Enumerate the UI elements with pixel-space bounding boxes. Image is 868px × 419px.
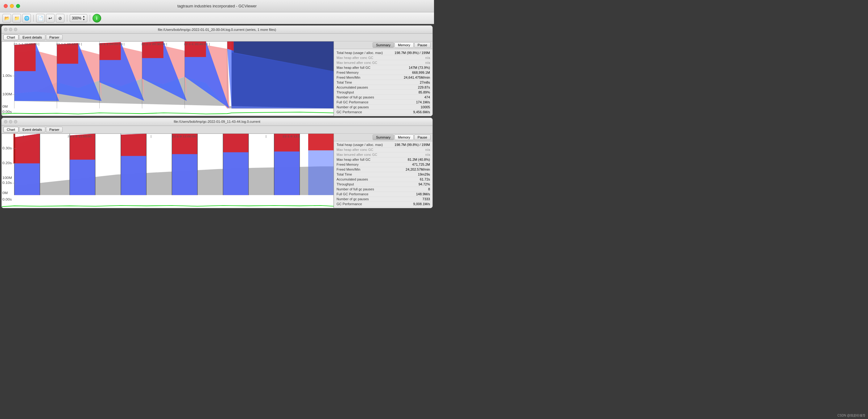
panel1-content: 1.00s 100M 0M 0.00s 22-1-1 20:00:00 | 22… <box>2 41 432 116</box>
panel1-stat-value-1: n/a <box>425 56 430 60</box>
panel2-stats: Summary Memory Pause Total heap (usage /… <box>334 133 432 208</box>
folder-button[interactable]: 📁 <box>12 14 21 23</box>
panel1-stat-value-10: 174.1M/s <box>416 100 430 104</box>
panel1-title: file:/Users/bob/tmp/gc-2022-01-01_20-00-… <box>158 28 276 31</box>
panel2-stat-value-10: 148.9M/s <box>416 192 430 196</box>
panel1-stats-content: Total heap (usage / alloc. max)198.7M (9… <box>334 49 432 116</box>
open-folder-button[interactable]: 📂 <box>2 14 11 23</box>
svg-text:22-1-1 20:00:00 |: 22-1-1 20:00:00 | <box>13 42 39 46</box>
zoom-up-icon[interactable]: ▲ <box>83 15 85 18</box>
panel2-stat-label-6: Total Time <box>337 173 352 176</box>
panel2-stat-label-8: Throughput <box>337 182 354 186</box>
svg-text:0.30s: 0.30s <box>2 146 12 150</box>
minimize-button[interactable] <box>10 4 14 8</box>
p2-close[interactable] <box>4 120 7 123</box>
panel2-traffic-lights <box>4 120 17 123</box>
panel2-stats-row-5: Freed Mem/Min24,202.57M/min <box>337 167 430 172</box>
svg-text:0.20s: 0.20s <box>2 161 12 164</box>
svg-marker-60 <box>308 133 334 150</box>
panel2-stat-value-6: 19m29s <box>418 173 430 176</box>
panel1-stat-value-11: 10005 <box>421 105 430 109</box>
doc-button[interactable]: 📄 <box>36 14 45 23</box>
panels-container: file:/Users/bob/tmp/gc-2022-01-01_20-00-… <box>0 24 434 210</box>
p1-close[interactable] <box>4 28 7 31</box>
stats-tab-memory-1[interactable]: Memory <box>395 42 414 48</box>
panel1-stat-label-5: Freed Mem/Min <box>337 76 360 79</box>
panel1-stat-label-12: GC Performance <box>337 110 362 114</box>
svg-marker-15 <box>14 43 35 71</box>
globe-button[interactable]: 🌐 <box>22 14 31 23</box>
panel2-stat-label-5: Freed Mem/Min <box>337 168 360 171</box>
panel1-stat-value-6: 27m8s <box>420 81 430 84</box>
panel2-stats-tabs: Summary Memory Pause <box>334 133 432 141</box>
panel2-stat-value-4: 471,725.2M <box>412 162 430 166</box>
tab-chart-2[interactable]: Chart <box>3 127 19 132</box>
panel2-stats-row-0: Total heap (usage / alloc. max)198.7M (9… <box>337 143 430 148</box>
panel2-stats-row-2: Max tenured after conc GCn/a <box>337 152 430 157</box>
panel1-stat-label-3: Max heap after full GC <box>337 66 370 69</box>
panel1: file:/Users/bob/tmp/gc-2022-01-01_20-00-… <box>1 25 433 116</box>
info-button[interactable]: i <box>93 14 101 23</box>
stats-tab-summary-2[interactable]: Summary <box>373 134 394 140</box>
panel1-stat-value-8: 85.89% <box>418 90 430 94</box>
svg-text:22-1-9 12:1: 22-1-9 12:1 <box>283 134 300 138</box>
panel2-stats-row-6: Total Time19m29s <box>337 172 430 177</box>
panel2-stat-label-1: Max heap after conc GC <box>337 148 373 151</box>
panel1-stat-label-10: Full GC Performance <box>337 100 368 104</box>
panel2-stat-value-2: n/a <box>425 153 430 156</box>
panel1-stat-value-7: 229.87s <box>418 86 430 89</box>
tab-parser-2[interactable]: Parser <box>46 127 63 132</box>
zoom-stepper[interactable]: ▲ ▼ <box>83 15 85 21</box>
svg-text:22-1-1 20:10:00 |: 22-1-1 20:10:00 | <box>56 42 82 46</box>
p1-maximize[interactable] <box>14 28 17 31</box>
tab-event-details-1[interactable]: Event details <box>19 35 45 40</box>
stats-tab-pause-1[interactable]: Pause <box>414 42 431 48</box>
panel1-stats-row-10: Full GC Performance174.1M/s <box>337 100 430 104</box>
stop-button[interactable]: ⊘ <box>56 14 64 23</box>
panel1-stats-row-1: Max heap after conc GCn/a <box>337 55 430 60</box>
svg-marker-16 <box>57 43 79 64</box>
panel1-stats: Summary Memory Pause Total heap (usage /… <box>334 41 432 116</box>
toolbar: 📂 📁 🌐 📄 ↩ ⊘ 300% ▲ ▼ i <box>0 12 434 24</box>
stats-tab-memory-2[interactable]: Memory <box>395 134 414 140</box>
panel2-stat-value-1: n/a <box>425 148 430 151</box>
refresh-button[interactable]: ↩ <box>46 14 55 23</box>
panel2-stat-label-9: Number of full gc pauses <box>337 187 374 191</box>
svg-text:22-1-1 20:40:00 |: 22-1-1 20:40:00 | <box>184 42 210 46</box>
panel2-stat-value-5: 24,202.57M/min <box>406 168 430 171</box>
panel1-traffic-lights <box>4 28 17 31</box>
stats-tab-pause-2[interactable]: Pause <box>414 134 431 140</box>
panel1-stat-value-3: 147M (73.9%) <box>409 66 430 69</box>
svg-text:0M: 0M <box>2 104 8 108</box>
svg-marker-58 <box>223 133 249 152</box>
stats-tab-summary-1[interactable]: Summary <box>373 42 394 48</box>
panel2-stats-row-11: Number of gc pauses7333 <box>337 197 430 202</box>
panel1-stats-row-2: Max tenured after conc GCn/a <box>337 60 430 65</box>
panel2: file:/Users/bob/tmp/gc-2022-01-09_11-43-… <box>1 118 433 209</box>
tab-chart-1[interactable]: Chart <box>3 35 19 40</box>
panel1-titlebar: file:/Users/bob/tmp/gc-2022-01-01_20-00-… <box>2 26 432 34</box>
zoom-down-icon[interactable]: ▼ <box>83 18 85 21</box>
panel1-stats-row-0: Total heap (usage / alloc. max)198.7M (9… <box>337 50 430 55</box>
p1-minimize[interactable] <box>9 28 12 31</box>
panel2-stat-value-3: 81.2M (40.8%) <box>408 158 430 161</box>
zoom-control[interactable]: 300% ▲ ▼ <box>70 14 87 22</box>
p2-minimize[interactable] <box>9 120 12 123</box>
tab-event-details-2[interactable]: Event details <box>19 127 45 132</box>
panel2-stats-row-4: Freed Memory471,725.2M <box>337 162 430 167</box>
panel1-chart: 1.00s 100M 0M 0.00s 22-1-1 20:00:00 | 22… <box>2 41 334 116</box>
panel2-stat-value-11: 7333 <box>423 197 430 201</box>
p2-maximize[interactable] <box>14 120 17 123</box>
svg-marker-56 <box>121 133 147 156</box>
panel1-tabs-bar: Chart Event details Parser <box>2 34 432 41</box>
svg-text:0.00s: 0.00s <box>2 110 12 114</box>
panel1-stat-value-4: 668,999.1M <box>412 71 430 74</box>
toolbar-separator2 <box>67 15 67 22</box>
tab-parser-1[interactable]: Parser <box>46 35 63 40</box>
panel1-stat-value-2: n/a <box>425 61 430 64</box>
panel1-stat-label-2: Max tenured after conc GC <box>337 61 377 64</box>
close-button[interactable] <box>4 4 8 8</box>
panel2-stat-label-2: Max tenured after conc GC <box>337 153 377 156</box>
panel2-stat-label-0: Total heap (usage / alloc. max) <box>337 143 383 147</box>
maximize-button[interactable] <box>16 4 20 8</box>
